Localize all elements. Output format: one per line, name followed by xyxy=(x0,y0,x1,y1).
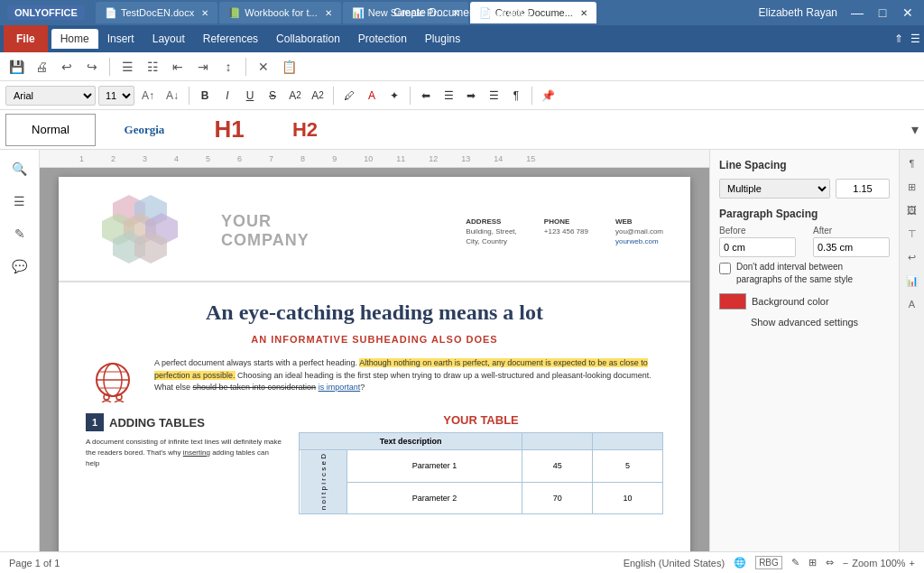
menu-protection[interactable]: Protection xyxy=(349,29,416,49)
window-controls: — □ ✕ xyxy=(848,5,917,20)
image-settings-icon[interactable]: 🖼 xyxy=(902,200,922,220)
undo-button[interactable]: ↩ xyxy=(56,56,78,78)
clear-format-button[interactable]: ✕ xyxy=(253,56,274,78)
menu-plugins[interactable]: Plugins xyxy=(416,29,469,49)
advanced-settings-link[interactable]: Show advanced settings xyxy=(719,317,890,328)
document-scroll[interactable]: YOUR COMPANY ADDRESS Building, Street, C… xyxy=(40,168,709,551)
align-left-button[interactable]: ⬅ xyxy=(416,86,436,106)
redo-button[interactable]: ↪ xyxy=(81,56,103,78)
undo-strip-icon[interactable]: ↩ xyxy=(902,247,922,267)
para1-link[interactable]: is important xyxy=(319,383,361,392)
close-button[interactable]: ✕ xyxy=(899,5,917,20)
globe-status-icon[interactable]: 🌐 xyxy=(734,557,746,568)
table-val2: 70 xyxy=(522,482,593,514)
menu-file[interactable]: File xyxy=(4,25,48,52)
paragraph-marks-button[interactable]: ¶ xyxy=(506,86,526,106)
print-button[interactable]: 🖨 xyxy=(31,56,52,78)
after-spacing-input[interactable] xyxy=(813,237,890,257)
underline-button[interactable]: U xyxy=(240,86,260,106)
separator2 xyxy=(245,58,246,76)
menu-layout[interactable]: Layout xyxy=(143,29,194,49)
subscript-button[interactable]: A2 xyxy=(308,86,328,106)
zoom-in-button[interactable]: + xyxy=(910,558,915,568)
chart-icon[interactable]: 📊 xyxy=(902,271,922,291)
minimize-button[interactable]: — xyxy=(848,5,866,20)
header-settings-icon[interactable]: ⊤ xyxy=(902,224,922,244)
text-art-icon[interactable]: A xyxy=(902,294,922,314)
more-icon[interactable]: ☰ xyxy=(910,32,920,45)
menu-home[interactable]: Home xyxy=(51,29,98,49)
clear-format-btn2[interactable]: ✦ xyxy=(384,86,404,106)
paragraph-settings-icon[interactable]: ¶ xyxy=(902,153,922,173)
section-header: 1 ADDING TABLES xyxy=(86,413,284,431)
doc-contact: ADDRESS Building, Street, City, Country … xyxy=(466,217,663,245)
tab-close-workbook[interactable]: ✕ xyxy=(325,8,332,18)
menu-collaboration[interactable]: Collaboration xyxy=(267,29,349,49)
tab-testdoc[interactable]: 📄 TestDocEN.docx ✕ xyxy=(96,2,217,23)
doc-subheading: AN INFORMATIVE SUBHEADING ALSO DOES xyxy=(86,334,663,345)
copy-style-btn2[interactable]: 📌 xyxy=(538,86,558,106)
line-spacing-button[interactable]: ↕ xyxy=(217,56,239,78)
dont-add-interval-checkbox[interactable] xyxy=(719,263,731,274)
tables-left: 1 ADDING TABLES A document consisting of… xyxy=(86,413,284,514)
strikethrough-button[interactable]: S xyxy=(263,86,282,106)
tab-close-testdoc[interactable]: ✕ xyxy=(201,8,208,18)
style-georgia-button[interactable]: Georgia xyxy=(99,114,189,146)
sep4 xyxy=(333,87,334,105)
align-center-button[interactable]: ☰ xyxy=(439,86,458,106)
list-unordered-button[interactable]: ☰ xyxy=(116,56,138,78)
dont-add-interval-row: Don't add interval between paragraphs of… xyxy=(719,261,890,286)
sep6 xyxy=(531,87,532,105)
font-size-select[interactable]: 11 xyxy=(98,86,134,106)
zoom-out-button[interactable]: − xyxy=(843,558,848,568)
before-spacing-input[interactable] xyxy=(719,237,796,257)
style-normal-button[interactable]: Normal xyxy=(5,114,96,146)
align-right-button[interactable]: ➡ xyxy=(461,86,481,106)
font-size-increase-button[interactable]: A↑ xyxy=(137,85,159,106)
align-justify-button[interactable]: ☰ xyxy=(484,86,504,106)
style-more-button[interactable]: ▾ xyxy=(911,121,919,138)
left-sidebar: 🔍 ☰ ✎ 💬 xyxy=(0,150,40,551)
zoom-button[interactable]: 🔍 xyxy=(6,155,33,182)
tab-close-createdoc[interactable]: ✕ xyxy=(580,8,587,18)
main-area: 🔍 ☰ ✎ 💬 1 2 3 4 5 6 7 8 9 10 11 12 13 14… xyxy=(0,150,924,551)
before-label: Before xyxy=(719,226,796,236)
copy-style-button[interactable]: 📋 xyxy=(278,56,300,78)
bold-button[interactable]: B xyxy=(195,86,215,106)
fit-width-icon[interactable]: ⇔ xyxy=(826,557,834,568)
line-spacing-value-input[interactable] xyxy=(836,179,890,199)
maximize-button[interactable]: □ xyxy=(873,5,892,20)
superscript-button[interactable]: A2 xyxy=(285,86,305,106)
style-h2-button[interactable]: H2 xyxy=(269,114,341,146)
font-size-decrease-button[interactable]: A↓ xyxy=(162,85,183,106)
bg-color-swatch[interactable] xyxy=(719,293,746,310)
user-name: Elizabeth Rayan xyxy=(759,6,837,19)
italic-button[interactable]: I xyxy=(217,86,237,106)
layout-icon[interactable]: ⊞ xyxy=(808,557,817,568)
list-ordered-button[interactable]: ☷ xyxy=(142,56,163,78)
font-color-button[interactable]: A xyxy=(362,86,382,106)
track-changes-button[interactable]: ✎ xyxy=(6,220,33,247)
table-val1b: 5 xyxy=(593,450,663,483)
line-spacing-select[interactable]: Multiple Single 1.5 lines Double xyxy=(719,179,830,199)
tab-workbook[interactable]: 📗 Workbook for t... ✕ xyxy=(219,2,341,23)
save-button[interactable]: 💾 xyxy=(5,56,27,78)
style-h1-button[interactable]: H1 xyxy=(193,114,265,146)
globe-icon xyxy=(90,357,135,402)
paragraph-spacing-title: Paragraph Spacing xyxy=(719,208,890,220)
edit-mode-icon[interactable]: ✎ xyxy=(791,557,799,568)
highlight-button[interactable]: 🖊 xyxy=(339,86,359,106)
menu-insert[interactable]: Insert xyxy=(98,29,143,49)
tables-right: YOUR TABLE Text description xyxy=(299,413,663,514)
share-icon[interactable]: ⇑ xyxy=(894,32,903,45)
spellcheck-icon[interactable]: RBG xyxy=(755,556,782,569)
menu-references[interactable]: References xyxy=(194,29,267,49)
dont-add-interval-label: Don't add interval between paragraphs of… xyxy=(736,261,890,286)
table-settings-icon[interactable]: ⊞ xyxy=(902,177,922,197)
list-increase-button[interactable]: ⇥ xyxy=(192,56,214,78)
navigation-button[interactable]: ☰ xyxy=(6,188,33,215)
font-family-select[interactable]: Arial xyxy=(5,86,96,106)
comments-button[interactable]: 💬 xyxy=(6,253,33,280)
table-col2-header xyxy=(522,433,593,450)
list-decrease-button[interactable]: ⇤ xyxy=(167,56,189,78)
